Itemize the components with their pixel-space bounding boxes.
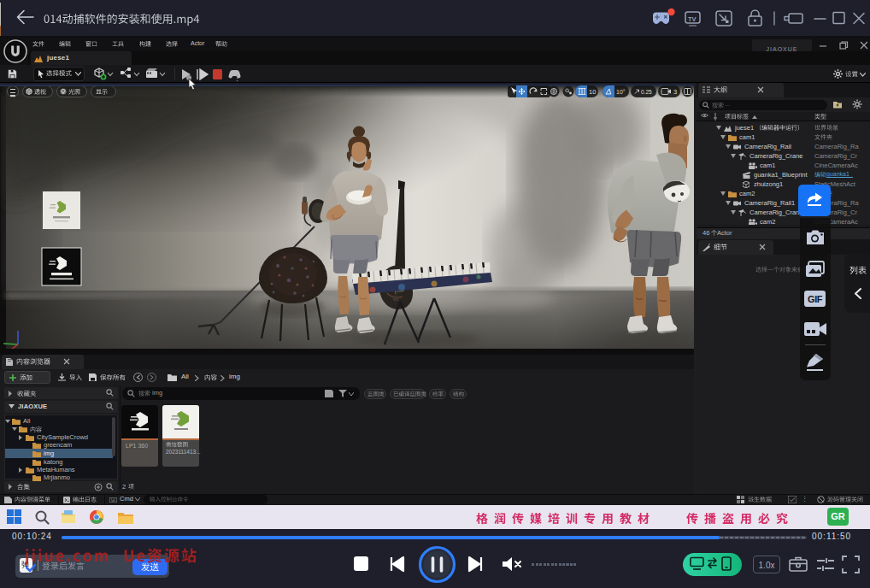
svg-text:10°: 10° bbox=[616, 89, 626, 95]
svg-text:TV: TV bbox=[688, 15, 697, 23]
svg-text:3: 3 bbox=[673, 88, 677, 96]
svg-text:0.25: 0.25 bbox=[641, 89, 652, 95]
svg-text:10: 10 bbox=[589, 88, 596, 96]
